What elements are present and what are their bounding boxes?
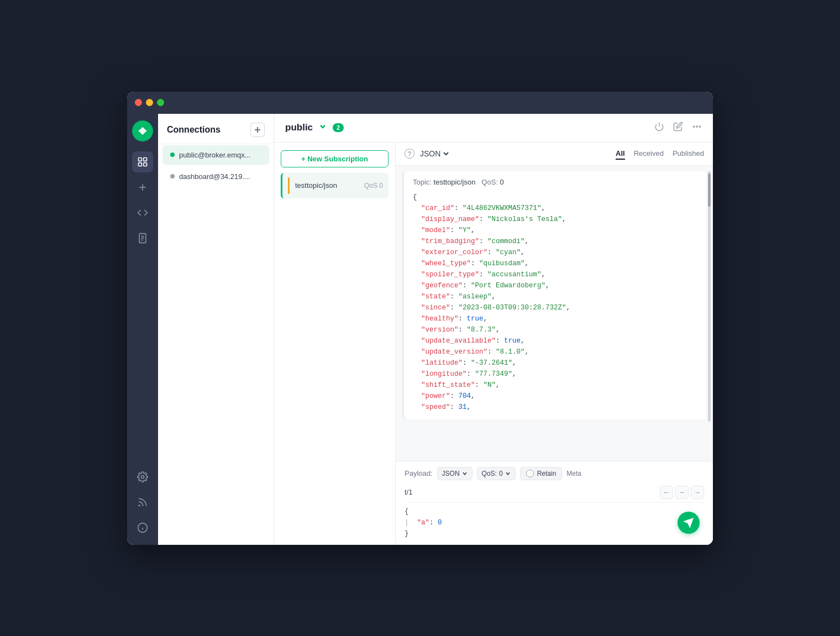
retain-checkbox bbox=[526, 470, 534, 477]
connection-label: dashboard@34.219.... bbox=[179, 172, 250, 181]
svg-rect-3 bbox=[144, 162, 147, 166]
app-window: Connections public@broker.emqx... dashbo… bbox=[127, 92, 713, 545]
format-selector[interactable]: JSON bbox=[420, 149, 449, 158]
subscriptions-panel: + New Subscription testtopic/json QoS 0 bbox=[274, 143, 396, 545]
payload-format-select[interactable]: JSON bbox=[437, 467, 473, 480]
connection-label: public@broker.emqx... bbox=[179, 151, 251, 159]
nav-minus-button[interactable]: − bbox=[675, 486, 689, 499]
topic-input[interactable] bbox=[405, 488, 660, 496]
traffic-lights bbox=[135, 99, 164, 106]
payload-editor[interactable]: { | "a": 0 } bbox=[405, 506, 704, 539]
topic-row: ← − → bbox=[405, 486, 704, 503]
svg-rect-1 bbox=[144, 157, 147, 161]
active-connection-name: public bbox=[285, 122, 313, 133]
connection-status-dot bbox=[170, 153, 175, 157]
sidebar-icon-settings[interactable] bbox=[132, 466, 153, 487]
nav-forward-button[interactable]: → bbox=[691, 486, 704, 499]
subscription-qos: QoS 0 bbox=[364, 182, 383, 190]
send-button[interactable] bbox=[678, 512, 700, 534]
connections-header: Connections bbox=[158, 114, 274, 144]
qos-value: 0 bbox=[499, 470, 503, 477]
topbar-actions bbox=[654, 122, 702, 134]
svg-point-18 bbox=[694, 125, 695, 127]
connection-count-badge: 2 bbox=[333, 123, 344, 132]
svg-point-10 bbox=[141, 475, 144, 478]
message-list: Topic: testtopic/json QoS: 0 { "car_id":… bbox=[396, 166, 713, 461]
add-connection-button[interactable] bbox=[250, 123, 265, 137]
close-button[interactable] bbox=[135, 99, 142, 106]
message-card: Topic: testtopic/json QoS: 0 { "car_id":… bbox=[402, 171, 706, 419]
filter-tab-published[interactable]: Published bbox=[673, 148, 704, 160]
connection-item-dashboard[interactable]: dashboard@34.219.... bbox=[162, 167, 269, 186]
sidebar-icon-info[interactable] bbox=[132, 517, 153, 538]
help-icon[interactable]: ? bbox=[405, 149, 414, 159]
format-value: JSON bbox=[420, 149, 440, 158]
filter-tabs: All Received Published bbox=[616, 148, 704, 160]
meta-button[interactable]: Meta bbox=[566, 470, 581, 477]
message-body: { "car_id": "4L4862VKWXMA57371", "displa… bbox=[413, 192, 697, 413]
svg-rect-0 bbox=[139, 157, 142, 161]
qos-label: QoS: bbox=[482, 470, 497, 477]
connections-title: Connections bbox=[167, 125, 221, 135]
publisher-area: Payload: JSON QoS: 0 bbox=[396, 461, 713, 545]
main-content: public 2 bbox=[274, 114, 713, 545]
qos-select[interactable]: QoS: 0 bbox=[477, 467, 516, 480]
retain-button[interactable]: Retain bbox=[520, 467, 563, 480]
sidebar-icon-add[interactable] bbox=[132, 177, 153, 198]
sidebar-icon-subscribe[interactable] bbox=[132, 492, 153, 513]
connections-panel: Connections public@broker.emqx... dashbo… bbox=[158, 114, 274, 545]
filter-tab-received[interactable]: Received bbox=[634, 148, 664, 160]
titlebar bbox=[127, 92, 713, 114]
sidebar-icon-log[interactable] bbox=[132, 228, 153, 249]
power-icon[interactable] bbox=[654, 122, 664, 134]
more-icon[interactable] bbox=[692, 122, 702, 134]
svg-point-20 bbox=[699, 125, 700, 127]
topbar: public 2 bbox=[274, 114, 713, 143]
svg-point-19 bbox=[696, 125, 697, 127]
publisher-controls: Payload: JSON QoS: 0 bbox=[405, 467, 704, 480]
message-topic-line: Topic: testtopic/json QoS: 0 bbox=[413, 178, 697, 186]
messages-panel: ? JSON All Received Published bbox=[396, 143, 713, 545]
svg-point-11 bbox=[139, 505, 140, 506]
sidebar-icon-connections[interactable] bbox=[132, 151, 153, 172]
filter-tab-all[interactable]: All bbox=[616, 148, 625, 160]
subscription-topic: testtopic/json bbox=[295, 181, 361, 190]
minimize-button[interactable] bbox=[146, 99, 153, 106]
connection-status-dot bbox=[170, 174, 175, 178]
subscription-item[interactable]: testtopic/json QoS 0 bbox=[281, 173, 389, 198]
maximize-button[interactable] bbox=[157, 99, 164, 106]
subscription-color-bar bbox=[288, 177, 290, 194]
svg-marker-22 bbox=[685, 518, 693, 527]
retain-label: Retain bbox=[537, 470, 556, 477]
topic-nav: ← − → bbox=[660, 486, 704, 499]
message-topic-text: Topic: testtopic/json QoS: 0 bbox=[413, 178, 504, 186]
nav-back-button[interactable]: ← bbox=[660, 486, 673, 499]
chevron-down-icon[interactable] bbox=[318, 122, 327, 133]
sidebar-icon-script[interactable] bbox=[132, 202, 153, 223]
new-subscription-button[interactable]: + New Subscription bbox=[281, 150, 389, 167]
messages-header: ? JSON All Received Published bbox=[396, 143, 713, 166]
scrollbar[interactable] bbox=[708, 171, 711, 422]
svg-rect-2 bbox=[139, 162, 142, 166]
content-area: + New Subscription testtopic/json QoS 0 … bbox=[274, 143, 713, 545]
icon-sidebar bbox=[127, 114, 158, 545]
main-layout: Connections public@broker.emqx... dashbo… bbox=[127, 114, 713, 545]
edit-icon[interactable] bbox=[673, 122, 683, 134]
connection-item-public[interactable]: public@broker.emqx... bbox=[162, 145, 269, 165]
payload-format-value: JSON bbox=[442, 470, 460, 477]
app-logo[interactable] bbox=[132, 120, 153, 141]
payload-label: Payload: bbox=[405, 469, 433, 477]
